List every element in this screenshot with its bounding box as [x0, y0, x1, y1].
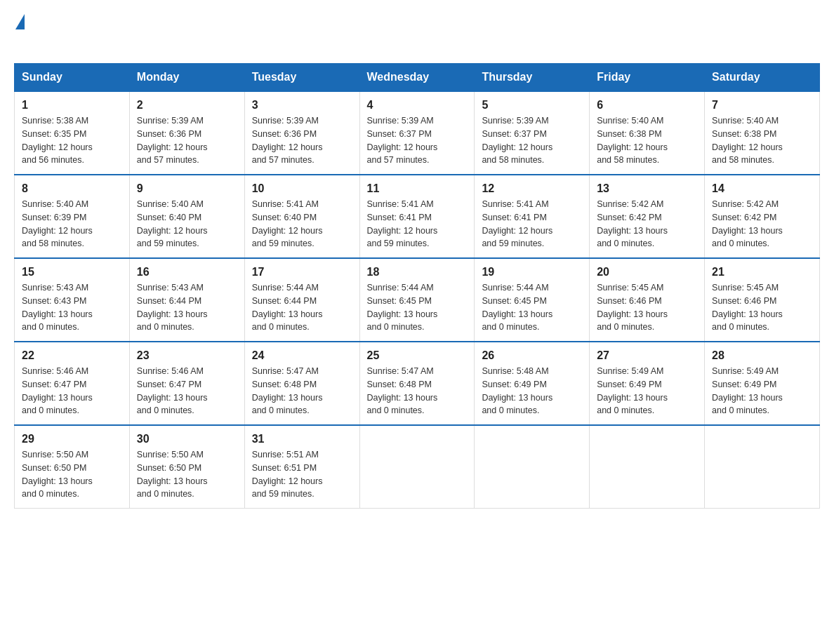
day-number: 7: [712, 99, 812, 112]
calendar-cell: 31Sunrise: 5:51 AMSunset: 6:51 PMDayligh…: [244, 425, 359, 509]
day-info: Sunrise: 5:40 AMSunset: 6:38 PMDaylight:…: [597, 114, 697, 167]
day-info: Sunrise: 5:43 AMSunset: 6:43 PMDaylight:…: [22, 281, 122, 334]
day-number: 28: [712, 349, 812, 362]
day-info: Sunrise: 5:39 AMSunset: 6:36 PMDaylight:…: [137, 114, 237, 167]
day-number: 3: [252, 99, 352, 112]
day-number: 30: [137, 433, 237, 445]
day-info: Sunrise: 5:38 AMSunset: 6:35 PMDaylight:…: [22, 114, 122, 167]
day-number: 15: [22, 266, 122, 279]
calendar-header-friday: Friday: [590, 64, 705, 92]
calendar-cell: 10Sunrise: 5:41 AMSunset: 6:40 PMDayligh…: [244, 175, 359, 258]
calendar-cell: 8Sunrise: 5:40 AMSunset: 6:39 PMDaylight…: [15, 175, 130, 258]
day-number: 4: [367, 99, 468, 112]
day-info: Sunrise: 5:41 AMSunset: 6:40 PMDaylight:…: [252, 198, 352, 250]
day-info: Sunrise: 5:49 AMSunset: 6:49 PMDaylight:…: [712, 365, 812, 417]
day-number: 19: [482, 266, 582, 279]
calendar-cell: 22Sunrise: 5:46 AMSunset: 6:47 PMDayligh…: [15, 342, 130, 425]
calendar-week-row: 1Sunrise: 5:38 AMSunset: 6:35 PMDaylight…: [15, 91, 820, 175]
day-info: Sunrise: 5:43 AMSunset: 6:44 PMDaylight:…: [137, 281, 237, 334]
day-info: Sunrise: 5:39 AMSunset: 6:37 PMDaylight:…: [482, 114, 582, 167]
calendar-cell: 27Sunrise: 5:49 AMSunset: 6:49 PMDayligh…: [590, 342, 705, 425]
day-info: Sunrise: 5:40 AMSunset: 6:38 PMDaylight:…: [712, 114, 812, 167]
day-number: 6: [597, 99, 697, 112]
logo: [14, 14, 25, 49]
calendar-cell: 11Sunrise: 5:41 AMSunset: 6:41 PMDayligh…: [359, 175, 475, 258]
calendar-cell: [475, 425, 590, 509]
day-number: 29: [22, 433, 122, 445]
calendar-header-row: SundayMondayTuesdayWednesdayThursdayFrid…: [15, 64, 820, 92]
calendar-cell: 30Sunrise: 5:50 AMSunset: 6:50 PMDayligh…: [129, 425, 244, 509]
day-info: Sunrise: 5:46 AMSunset: 6:47 PMDaylight:…: [137, 365, 237, 417]
day-info: Sunrise: 5:47 AMSunset: 6:48 PMDaylight:…: [367, 365, 468, 417]
day-info: Sunrise: 5:45 AMSunset: 6:46 PMDaylight:…: [712, 281, 812, 334]
day-info: Sunrise: 5:50 AMSunset: 6:50 PMDaylight:…: [22, 448, 122, 501]
calendar-cell: 17Sunrise: 5:44 AMSunset: 6:44 PMDayligh…: [244, 258, 359, 342]
calendar-table: SundayMondayTuesdayWednesdayThursdayFrid…: [14, 63, 820, 509]
calendar-cell: 5Sunrise: 5:39 AMSunset: 6:37 PMDaylight…: [475, 91, 590, 175]
calendar-header-sunday: Sunday: [15, 64, 130, 92]
day-number: 23: [137, 349, 237, 362]
day-number: 21: [712, 266, 812, 279]
calendar-cell: 20Sunrise: 5:45 AMSunset: 6:46 PMDayligh…: [590, 258, 705, 342]
calendar-cell: 28Sunrise: 5:49 AMSunset: 6:49 PMDayligh…: [705, 342, 820, 425]
calendar-header-tuesday: Tuesday: [244, 64, 359, 92]
day-info: Sunrise: 5:41 AMSunset: 6:41 PMDaylight:…: [367, 198, 468, 250]
day-info: Sunrise: 5:44 AMSunset: 6:45 PMDaylight:…: [482, 281, 582, 334]
day-info: Sunrise: 5:39 AMSunset: 6:37 PMDaylight:…: [367, 114, 468, 167]
calendar-cell: 14Sunrise: 5:42 AMSunset: 6:42 PMDayligh…: [705, 175, 820, 258]
calendar-cell: 3Sunrise: 5:39 AMSunset: 6:36 PMDaylight…: [244, 91, 359, 175]
day-number: 24: [252, 349, 352, 362]
day-number: 22: [22, 349, 122, 362]
day-number: 1: [22, 99, 122, 112]
day-number: 16: [137, 266, 237, 279]
day-number: 10: [252, 182, 352, 195]
calendar-cell: 7Sunrise: 5:40 AMSunset: 6:38 PMDaylight…: [705, 91, 820, 175]
day-info: Sunrise: 5:46 AMSunset: 6:47 PMDaylight:…: [22, 365, 122, 417]
day-info: Sunrise: 5:45 AMSunset: 6:46 PMDaylight:…: [597, 281, 697, 334]
day-number: 8: [22, 182, 122, 195]
calendar-header-saturday: Saturday: [705, 64, 820, 92]
day-number: 5: [482, 99, 582, 112]
calendar-week-row: 15Sunrise: 5:43 AMSunset: 6:43 PMDayligh…: [15, 258, 820, 342]
day-info: Sunrise: 5:47 AMSunset: 6:48 PMDaylight:…: [252, 365, 352, 417]
day-number: 12: [482, 182, 582, 195]
day-number: 14: [712, 182, 812, 195]
logo-triangle-icon: [15, 14, 25, 29]
day-number: 18: [367, 266, 468, 279]
day-number: 25: [367, 349, 468, 362]
day-info: Sunrise: 5:44 AMSunset: 6:44 PMDaylight:…: [252, 281, 352, 334]
calendar-cell: [590, 425, 705, 509]
calendar-week-row: 29Sunrise: 5:50 AMSunset: 6:50 PMDayligh…: [15, 425, 820, 509]
day-info: Sunrise: 5:42 AMSunset: 6:42 PMDaylight:…: [712, 198, 812, 250]
day-info: Sunrise: 5:51 AMSunset: 6:51 PMDaylight:…: [252, 448, 352, 501]
calendar-cell: 19Sunrise: 5:44 AMSunset: 6:45 PMDayligh…: [475, 258, 590, 342]
day-number: 13: [597, 182, 697, 195]
day-info: Sunrise: 5:50 AMSunset: 6:50 PMDaylight:…: [137, 448, 237, 501]
calendar-week-row: 22Sunrise: 5:46 AMSunset: 6:47 PMDayligh…: [15, 342, 820, 425]
day-info: Sunrise: 5:48 AMSunset: 6:49 PMDaylight:…: [482, 365, 582, 417]
day-number: 26: [482, 349, 582, 362]
calendar-cell: 21Sunrise: 5:45 AMSunset: 6:46 PMDayligh…: [705, 258, 820, 342]
calendar-cell: 24Sunrise: 5:47 AMSunset: 6:48 PMDayligh…: [244, 342, 359, 425]
calendar-cell: 9Sunrise: 5:40 AMSunset: 6:40 PMDaylight…: [129, 175, 244, 258]
calendar-cell: 6Sunrise: 5:40 AMSunset: 6:38 PMDaylight…: [590, 91, 705, 175]
calendar-header-thursday: Thursday: [475, 64, 590, 92]
calendar-cell: [359, 425, 475, 509]
calendar-cell: 26Sunrise: 5:48 AMSunset: 6:49 PMDayligh…: [475, 342, 590, 425]
day-number: 17: [252, 266, 352, 279]
day-number: 11: [367, 182, 468, 195]
calendar-cell: 12Sunrise: 5:41 AMSunset: 6:41 PMDayligh…: [475, 175, 590, 258]
page-header: [14, 14, 820, 49]
calendar-cell: 25Sunrise: 5:47 AMSunset: 6:48 PMDayligh…: [359, 342, 475, 425]
calendar-cell: 13Sunrise: 5:42 AMSunset: 6:42 PMDayligh…: [590, 175, 705, 258]
day-info: Sunrise: 5:49 AMSunset: 6:49 PMDaylight:…: [597, 365, 697, 417]
calendar-cell: [705, 425, 820, 509]
calendar-week-row: 8Sunrise: 5:40 AMSunset: 6:39 PMDaylight…: [15, 175, 820, 258]
calendar-cell: 1Sunrise: 5:38 AMSunset: 6:35 PMDaylight…: [15, 91, 130, 175]
calendar-cell: 4Sunrise: 5:39 AMSunset: 6:37 PMDaylight…: [359, 91, 475, 175]
day-number: 27: [597, 349, 697, 362]
day-number: 9: [137, 182, 237, 195]
calendar-cell: 18Sunrise: 5:44 AMSunset: 6:45 PMDayligh…: [359, 258, 475, 342]
calendar-cell: 23Sunrise: 5:46 AMSunset: 6:47 PMDayligh…: [129, 342, 244, 425]
day-info: Sunrise: 5:39 AMSunset: 6:36 PMDaylight:…: [252, 114, 352, 167]
